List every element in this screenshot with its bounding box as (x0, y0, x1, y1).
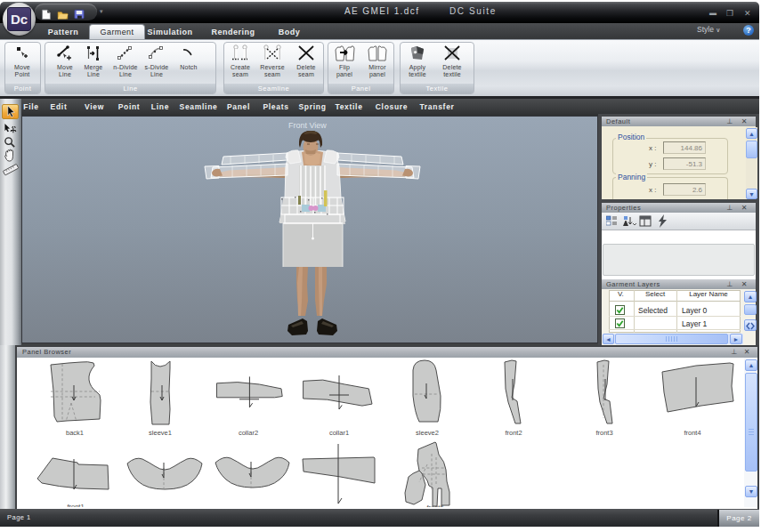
svg-text:front2: front2 (505, 429, 522, 437)
svg-text:collar2: collar2 (239, 429, 258, 437)
svg-text:sleeve1: sleeve1 (149, 429, 172, 437)
svg-text:front5: front5 (426, 504, 443, 507)
svg-text:collar1: collar1 (329, 429, 349, 437)
svg-text:sleeve2: sleeve2 (416, 429, 439, 437)
svg-text:back1: back1 (66, 429, 84, 437)
svg-text:front1: front1 (67, 503, 84, 507)
svg-text:front4: front4 (684, 429, 700, 437)
svg-text:Front View: Front View (288, 121, 327, 130)
svg-text:front3: front3 (595, 429, 612, 437)
